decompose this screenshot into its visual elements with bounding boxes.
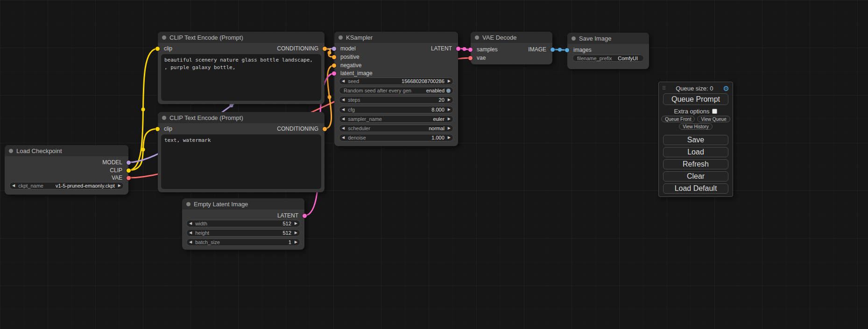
queue-front-button[interactable]: Queue Front [661,116,695,122]
menu-header: ⠿ Queue size: 0 ⚙ [662,84,729,92]
prev-value-icon[interactable]: ◀ [12,182,15,189]
widget-label: height [195,230,209,236]
widget-value: 512 [282,221,291,226]
prev-value-icon[interactable]: ◀ [189,220,192,227]
link-midpoint-dot [230,104,233,107]
next-value-icon[interactable]: ▶ [295,239,297,245]
next-value-icon[interactable]: ▶ [448,134,451,141]
load-button[interactable]: Load [663,147,728,157]
input-port-vae[interactable] [468,56,473,60]
refresh-button[interactable]: Refresh [663,159,728,169]
input-port-samples[interactable] [468,48,473,52]
ckpt-name-widget[interactable]: ◀ ckpt_name v1-5-pruned-emaonly.ckpt ▶ [9,182,124,189]
load-default-button[interactable]: Load Default [663,183,728,194]
view-history-button[interactable]: View History [679,123,712,130]
input-port-negative[interactable] [332,63,336,68]
prev-value-icon[interactable]: ◀ [342,78,345,84]
node-graph-canvas[interactable]: Load Checkpoint MODEL CLIP VAE ◀ ckpt_na… [0,0,868,329]
input-port-clip[interactable] [155,47,160,51]
height-widget[interactable]: ◀ height 512 ▶ [186,229,300,237]
settings-gear-icon[interactable]: ⚙ [723,85,729,92]
node-header[interactable]: Empty Latent Image [182,198,304,210]
save-button[interactable]: Save [663,135,728,145]
filename-prefix-widget[interactable]: filename_prefix ComfyUI [572,55,644,62]
prev-value-icon[interactable]: ◀ [342,116,345,122]
batch-size-widget[interactable]: ◀ batch_size 1 ▶ [186,238,300,246]
input-label-images: images [573,47,592,53]
node-clip-text-encode-positive[interactable]: CLIP Text Encode (Prompt) clip CONDITION… [158,32,325,104]
prev-value-icon[interactable]: ◀ [342,106,345,113]
next-value-icon[interactable]: ▶ [448,116,451,122]
next-value-icon[interactable]: ▶ [448,97,451,103]
output-port-latent[interactable] [303,214,307,218]
queue-prompt-button[interactable]: Queue Prompt [663,93,728,105]
link-midpoint-dot [328,95,332,99]
steps-widget[interactable]: ◀ steps 20 ▶ [339,96,453,104]
input-port-images[interactable] [565,48,569,52]
node-title: CLIP Text Encode (Prompt) [169,34,243,41]
prev-value-icon[interactable]: ◀ [342,134,345,141]
scheduler-widget[interactable]: ◀ scheduler normal ▶ [339,125,453,132]
output-port-image[interactable] [550,48,555,52]
input-port-positive[interactable] [332,55,336,59]
collapse-dot-icon[interactable] [339,35,343,40]
node-header[interactable]: VAE Decode [471,32,552,43]
next-value-icon[interactable]: ▶ [295,230,297,236]
node-header[interactable]: CLIP Text Encode (Prompt) [158,112,325,123]
prev-value-icon[interactable]: ◀ [342,125,345,132]
node-vae-decode[interactable]: VAE Decode samples vae IMAGE [471,32,552,64]
collapse-dot-icon[interactable] [162,35,166,40]
cfg-widget[interactable]: ◀ cfg 8.000 ▶ [339,106,453,113]
next-value-icon[interactable]: ▶ [448,125,451,132]
collapse-dot-icon[interactable] [186,202,191,206]
node-clip-text-encode-negative[interactable]: CLIP Text Encode (Prompt) clip CONDITION… [158,112,325,192]
node-header[interactable]: KSampler [334,32,458,43]
random-seed-toggle-widget[interactable]: Random seed after every gen enabled [339,87,453,94]
width-widget[interactable]: ◀ width 512 ▶ [186,220,300,227]
node-load-checkpoint[interactable]: Load Checkpoint MODEL CLIP VAE ◀ ckpt_na… [5,145,128,195]
view-queue-button[interactable]: View Queue [697,116,730,122]
collapse-dot-icon[interactable] [475,35,479,40]
widget-value: normal [429,126,445,131]
output-port-vae[interactable] [127,176,131,180]
prev-value-icon[interactable]: ◀ [189,239,192,245]
widget-value: v1-5-pruned-emaonly.ckpt [56,183,115,189]
output-port-conditioning[interactable] [323,127,327,131]
widget-value: 156680208700286 [402,78,445,84]
input-label-vae: vae [477,55,486,61]
widget-label: cfg [348,107,355,112]
output-port-model[interactable] [127,161,131,165]
next-value-icon[interactable]: ▶ [448,106,451,113]
queue-size-label: Queue size: 0 [666,85,723,92]
collapse-dot-icon[interactable] [162,116,166,120]
clear-button[interactable]: Clear [663,171,728,182]
input-port-latent-image[interactable] [332,71,336,76]
next-value-icon[interactable]: ▶ [448,78,451,84]
output-port-clip[interactable] [127,168,131,173]
node-header[interactable]: Save Image [567,33,649,44]
input-port-clip[interactable] [155,127,160,131]
drag-handle-icon[interactable]: ⠿ [662,85,666,91]
output-port-latent[interactable] [456,47,460,51]
next-value-icon[interactable]: ▶ [295,220,297,227]
prompt-textarea[interactable]: beautiful scenery nature glass bottle la… [161,54,321,101]
toggle-indicator-icon[interactable] [446,89,451,93]
next-value-icon[interactable]: ▶ [118,182,121,189]
node-header[interactable]: CLIP Text Encode (Prompt) [158,32,325,43]
input-port-model[interactable] [332,47,336,51]
prompt-textarea[interactable]: text, watermark [161,134,321,189]
denoise-widget[interactable]: ◀ denoise 1.000 ▶ [339,134,453,141]
node-ksampler[interactable]: KSampler model positive negative latent_… [334,32,458,146]
node-save-image[interactable]: Save Image images filename_prefix ComfyU… [567,33,649,69]
node-header[interactable]: Load Checkpoint [5,145,128,156]
link-midpoint-dot [463,47,466,51]
node-empty-latent-image[interactable]: Empty Latent Image LATENT ◀ width 512 ▶ … [182,198,304,250]
seed-widget[interactable]: ◀ seed 156680208700286 ▶ [339,77,453,85]
extra-options-checkbox[interactable] [712,109,717,114]
sampler-name-widget[interactable]: ◀ sampler_name euler ▶ [339,115,453,123]
collapse-dot-icon[interactable] [9,149,13,153]
collapse-dot-icon[interactable] [572,36,576,41]
prev-value-icon[interactable]: ◀ [342,97,345,103]
prev-value-icon[interactable]: ◀ [189,230,192,236]
output-port-conditioning[interactable] [323,47,327,51]
